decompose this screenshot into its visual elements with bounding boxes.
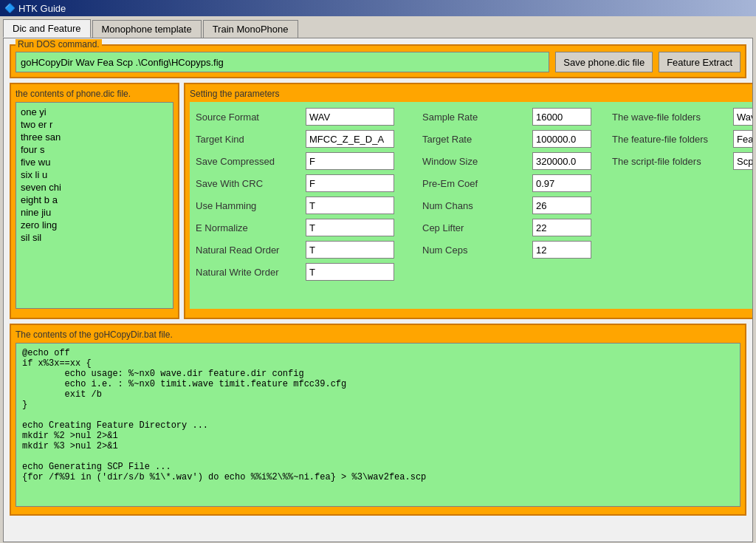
num-ceps-input[interactable] [532,241,591,259]
title-bar: 🔷 HTK Guide [0,0,756,16]
script-folders-input[interactable] [733,152,753,170]
use-hamming-label: Use Hamming [196,200,303,211]
list-item: one yi [19,106,170,118]
list-item: five wu [19,156,170,168]
list-item: eight b a [19,194,170,206]
target-rate-label: Target Rate [422,134,529,145]
natural-write-order-input[interactable] [306,263,394,281]
params-row-2: Target Kind Target Rate The feature-file… [196,130,753,148]
window-size-label: Window Size [422,156,529,167]
params-row-4: Save With CRC Pre-Em Coef [196,174,753,192]
pre-em-coef-input[interactable] [532,174,591,192]
target-kind-input[interactable] [306,130,394,148]
save-dic-button[interactable]: Save phone.dic file [555,52,653,72]
e-normalize-input[interactable] [306,219,394,236]
feature-folders-label: The feature-file folders [612,134,730,145]
feature-extract-button[interactable]: Feature Extract [659,52,740,72]
list-item: zero ling [19,219,170,231]
window-size-input[interactable] [532,152,591,170]
num-ceps-label: Num Ceps [422,245,529,256]
wave-folders-input[interactable] [733,108,753,126]
list-item: six li u [19,168,170,181]
list-item: sil sil [19,231,170,244]
list-item: seven chi [19,181,170,194]
dos-section-label: Run DOS command. [16,39,102,49]
main-container: Dic and Feature Monophone template Train… [0,16,756,543]
params-row-6: E Normalize Cep Lifter [196,219,753,236]
params-row-5: Use Hamming Num Chans [196,197,753,214]
tab-train-monophone[interactable]: Train MonoPhone [203,20,298,38]
tab-bar: Dic and Feature Monophone template Train… [3,19,753,38]
window-title: HTK Guide [18,3,66,14]
middle-area: the contents of phone.dic file. one yi t… [10,83,746,319]
cep-lifter-input[interactable] [532,219,591,236]
params-panel-title: Setting the parameters [190,89,753,99]
params-panel: Setting the parameters Source Format Sam… [184,83,753,319]
num-chans-label: Num Chans [422,200,529,211]
wave-folders-label: The wave-file folders [612,112,730,123]
script-folders-label: The script-file folders [612,156,730,167]
natural-read-order-label: Natural Read Order [196,245,303,256]
target-rate-input[interactable] [532,130,591,148]
bat-section: The contents of the goHCopyDir.bat file.… [10,324,746,516]
dic-panel: the contents of phone.dic file. one yi t… [10,83,179,319]
dic-panel-title: the contents of phone.dic file. [16,89,173,99]
sample-rate-input[interactable] [532,108,591,126]
sample-rate-label: Sample Rate [422,112,529,123]
pre-em-coef-label: Pre-Em Coef [422,178,529,189]
bat-content[interactable]: @echo off if x%3x==xx { echo usage: %~nx… [16,343,740,507]
dic-list[interactable]: one yi two er r three san four s five wu… [16,102,173,309]
list-item: four s [19,143,170,156]
use-hamming-input[interactable] [306,197,394,214]
target-kind-label: Target Kind [196,134,303,145]
tab-monophone-template[interactable]: Monophone template [92,20,202,38]
params-row-3: Save Compressed Window Size The script-f… [196,152,753,170]
dos-command-input[interactable] [16,52,549,72]
params-row-8: Natural Write Order [196,263,753,281]
bat-section-title: The contents of the goHCopyDir.bat file. [16,329,740,340]
save-crc-label: Save With CRC [196,178,303,189]
save-crc-input[interactable] [306,174,394,192]
params-row-7: Natural Read Order Num Ceps [196,241,753,259]
feature-folders-input[interactable] [733,130,753,148]
e-normalize-label: E Normalize [196,222,303,233]
list-item: two er r [19,118,170,131]
natural-write-order-label: Natural Write Order [196,267,303,278]
cep-lifter-label: Cep Lifter [422,222,529,233]
dos-section: Run DOS command. Save phone.dic file Fea… [10,44,746,78]
save-compressed-input[interactable] [306,152,394,170]
params-grid: Source Format Sample Rate The wave-file … [190,102,753,309]
save-compressed-label: Save Compressed [196,156,303,167]
natural-read-order-input[interactable] [306,241,394,259]
list-item: three san [19,131,170,143]
dos-fieldset-content: Save phone.dic file Feature Extract [16,52,740,72]
list-item: nine jiu [19,206,170,219]
app-icon: 🔷 [4,3,16,13]
source-format-input[interactable] [306,108,394,126]
params-row-1: Source Format Sample Rate The wave-file … [196,108,753,126]
content-panel: Run DOS command. Save phone.dic file Fea… [3,38,753,542]
tab-dic-feature[interactable]: Dic and Feature [3,19,91,38]
source-format-label: Source Format [196,112,303,123]
num-chans-input[interactable] [532,197,591,214]
